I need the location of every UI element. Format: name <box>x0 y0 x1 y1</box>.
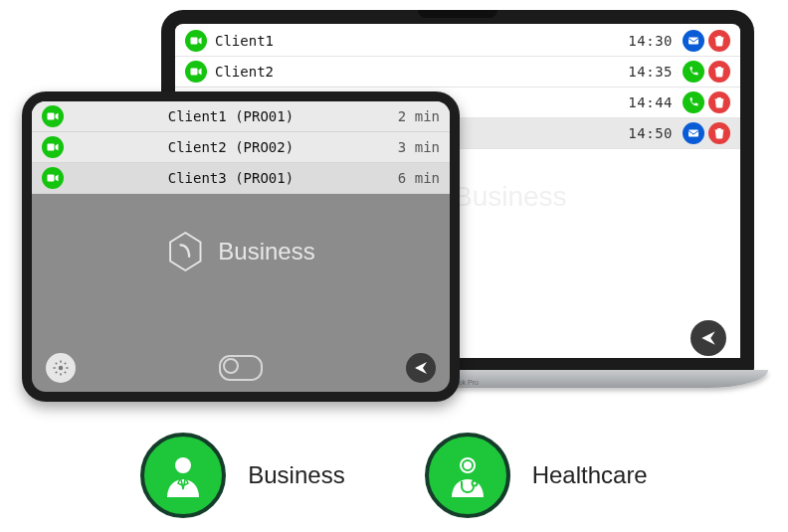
send-icon[interactable] <box>406 353 436 383</box>
send-icon[interactable] <box>690 320 726 356</box>
client-name: Client3 (PRO01) <box>64 170 398 186</box>
svg-rect-7 <box>48 144 55 151</box>
tablet-brand: Business <box>166 231 314 272</box>
badge-healthcare[interactable]: Healthcare <box>425 433 648 518</box>
video-icon <box>42 105 64 127</box>
video-icon <box>42 136 64 158</box>
svg-point-9 <box>59 366 64 371</box>
business-person-icon <box>140 433 226 518</box>
list-item[interactable]: Client3 (PRO01) 6 min <box>32 163 450 194</box>
list-item[interactable]: Client1 14:30 <box>175 26 740 57</box>
video-icon <box>185 30 207 52</box>
client-duration: 2 min <box>398 108 440 124</box>
list-item[interactable]: Client2 (PRO02) 3 min <box>32 132 450 163</box>
client-time: 14:30 <box>628 33 679 49</box>
badge-label: Business <box>248 461 344 489</box>
client-time: 14:50 <box>628 125 679 141</box>
mail-icon[interactable] <box>683 122 704 144</box>
hex-logo-icon <box>166 231 204 272</box>
svg-rect-5 <box>689 130 698 137</box>
category-badges: Business Healthcare <box>0 433 788 518</box>
list-item[interactable]: Client1 (PRO01) 2 min <box>32 101 450 132</box>
client-name: Client2 <box>207 64 628 80</box>
trash-icon[interactable] <box>708 122 730 144</box>
tablet-screen: Client1 (PRO01) 2 min Client2 (PRO02) 3 … <box>32 101 450 392</box>
client-time: 14:44 <box>628 94 679 110</box>
client-time: 14:35 <box>628 64 679 80</box>
trash-icon[interactable] <box>708 61 730 83</box>
video-icon <box>42 167 64 189</box>
healthcare-person-icon <box>425 433 510 518</box>
mail-icon[interactable] <box>683 30 704 52</box>
trash-icon[interactable] <box>708 30 730 52</box>
svg-rect-6 <box>48 113 55 120</box>
svg-rect-8 <box>48 175 55 182</box>
svg-point-10 <box>175 457 191 473</box>
client-name: Client2 (PRO02) <box>64 139 398 155</box>
client-duration: 3 min <box>398 139 440 155</box>
trash-icon[interactable] <box>708 91 730 113</box>
laptop-watermark: Business <box>454 181 567 213</box>
phone-icon[interactable] <box>683 61 704 83</box>
svg-rect-0 <box>191 38 198 45</box>
tablet-device: Client1 (PRO01) 2 min Client2 (PRO02) 3 … <box>22 91 460 402</box>
settings-icon[interactable] <box>46 353 76 383</box>
svg-rect-2 <box>191 69 198 76</box>
client-duration: 6 min <box>398 170 440 186</box>
svg-rect-1 <box>689 38 698 45</box>
badge-label: Healthcare <box>532 461 648 489</box>
tablet-footer <box>32 344 450 392</box>
availability-toggle[interactable] <box>219 355 263 381</box>
client-name: Client1 <box>207 33 628 49</box>
video-icon <box>185 61 207 83</box>
phone-icon[interactable] <box>683 91 704 113</box>
list-item[interactable]: Client2 14:35 <box>175 57 740 88</box>
tablet-brand-label: Business <box>218 238 314 266</box>
badge-business[interactable]: Business <box>140 433 344 518</box>
tablet-client-list: Client1 (PRO01) 2 min Client2 (PRO02) 3 … <box>32 101 450 194</box>
client-name: Client1 (PRO01) <box>64 108 398 124</box>
laptop-notch <box>418 10 497 18</box>
